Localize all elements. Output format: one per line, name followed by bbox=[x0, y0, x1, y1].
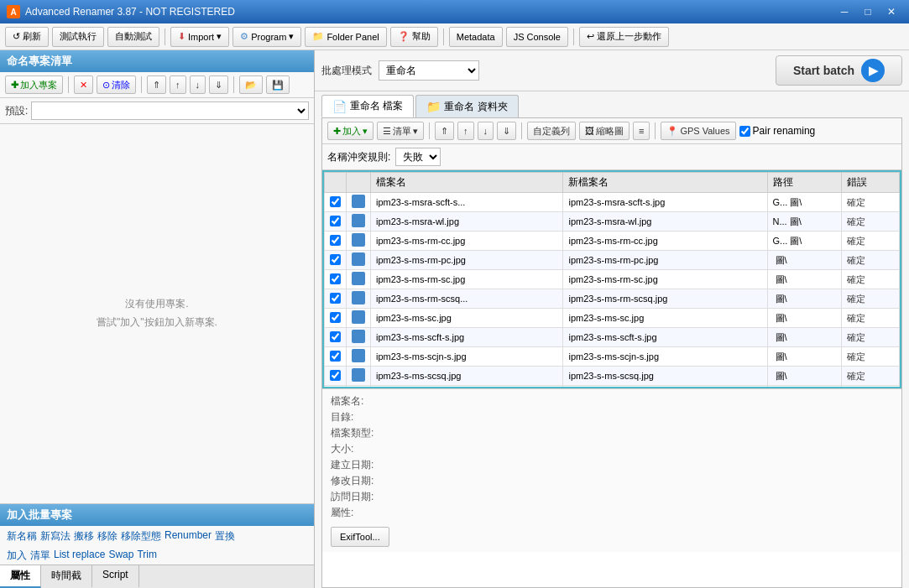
gps-values-button[interactable]: 📍 GPS Values bbox=[661, 122, 735, 140]
remove-icon: ✕ bbox=[80, 80, 87, 91]
tab-script[interactable]: Script bbox=[92, 565, 139, 588]
preset-row: 預設: bbox=[0, 98, 314, 124]
auto-test-button[interactable]: 自動測試 bbox=[107, 27, 159, 47]
save-button[interactable]: 💾 bbox=[266, 75, 290, 94]
conflict-select[interactable]: 失敗 bbox=[395, 148, 441, 166]
table-row[interactable]: ipm23-s-ms-rm-sc.jpg ipm23-s-ms-rm-sc.jp… bbox=[325, 270, 900, 289]
batch-link-add[interactable]: 加入 bbox=[7, 549, 27, 563]
row-filename: ipm23-s-ms-rm-pc.jpg bbox=[371, 251, 563, 270]
clear-icon: ⊙ bbox=[102, 80, 110, 91]
thumbnail-button[interactable]: 🖼 縮略圖 bbox=[579, 122, 630, 140]
batch-link-list[interactable]: 清單 bbox=[30, 549, 50, 563]
table-row[interactable]: ipm23-s-msra-wl.jpg ipm23-s-msra-wl.jpg … bbox=[325, 212, 900, 232]
list-button[interactable]: ☰ 清單 ▾ bbox=[377, 122, 424, 140]
row-checkbox-cell bbox=[325, 328, 347, 347]
custom-cols-button[interactable]: 自定義列 bbox=[527, 122, 576, 140]
row-checkbox[interactable] bbox=[330, 254, 341, 265]
row-filename: ipm23-s-ms-sc.jpg bbox=[371, 309, 563, 328]
row-checkbox[interactable] bbox=[330, 370, 341, 381]
row-checkbox[interactable] bbox=[330, 235, 341, 246]
sep5 bbox=[141, 76, 142, 93]
row-checkbox[interactable] bbox=[330, 331, 341, 342]
row-new-filename: ipm23-s-ms-rm-cc.jpg bbox=[563, 232, 767, 251]
batch-link-remove[interactable]: 移除 bbox=[97, 529, 118, 544]
add-project-button[interactable]: ✚ 加入專案 bbox=[5, 75, 63, 94]
maximize-button[interactable]: □ bbox=[857, 3, 879, 20]
row-checkbox[interactable] bbox=[330, 273, 341, 284]
table-row[interactable]: ipm23-s-ms-rm-pc.jpg ipm23-s-ms-rm-pc.jp… bbox=[325, 251, 900, 270]
row-checkbox-cell bbox=[325, 251, 347, 270]
col-header-path[interactable]: 路徑 bbox=[767, 173, 842, 193]
batch-link-swap[interactable]: Swap bbox=[108, 549, 133, 563]
start-batch-button[interactable]: Start batch ▶ bbox=[776, 55, 902, 86]
minimize-button[interactable]: ─ bbox=[833, 3, 855, 20]
tab-rename-folders[interactable]: 📁 重命名 資料夾 bbox=[415, 95, 518, 117]
batch-link-new-name[interactable]: 新名稱 bbox=[7, 529, 37, 544]
table-row[interactable]: ipm23-s-ms-sc.jpg ipm23-s-ms-sc.jpg 圖\ 確… bbox=[325, 309, 900, 328]
table-row[interactable]: ipm23-s-ms-rm-cc.jpg ipm23-s-ms-rm-cc.jp… bbox=[325, 232, 900, 251]
row-checkbox[interactable] bbox=[330, 351, 341, 362]
tab-rename-files[interactable]: 📄 重命名 檔案 bbox=[321, 95, 414, 117]
test-run-button[interactable]: 測試執行 bbox=[52, 27, 104, 47]
folder-panel-button[interactable]: 📁 Folder Panel bbox=[305, 27, 386, 47]
batch-link-new-spell[interactable]: 新寫法 bbox=[40, 529, 71, 544]
close-button[interactable]: ✕ bbox=[880, 3, 902, 20]
row-checkbox[interactable] bbox=[330, 196, 341, 207]
batch-mode-label: 批處理模式 bbox=[321, 64, 372, 78]
sort-down-bottom-button[interactable]: ⇓ bbox=[497, 122, 516, 140]
tab-timestamp[interactable]: 時間截 bbox=[41, 565, 92, 588]
col-header-filename[interactable]: 檔案名 bbox=[371, 173, 563, 193]
undo-icon: ↩ bbox=[587, 31, 594, 42]
batch-link-list-replace[interactable]: List replace bbox=[54, 549, 105, 563]
move-up-button[interactable]: ↑ bbox=[170, 75, 186, 94]
row-new-filename: ipm23-s-msra-wl.jpg bbox=[563, 212, 767, 232]
table-row[interactable]: ipm23-s-ms-scjn-s.jpg ipm23-s-ms-scjn-s.… bbox=[325, 347, 900, 367]
table-row[interactable]: ipm23-s-msra-scft-s... ipm23-s-msra-scft… bbox=[325, 193, 900, 212]
row-checkbox[interactable] bbox=[330, 216, 341, 226]
pair-renaming-label: Pair renaming bbox=[739, 125, 816, 137]
batch-link-trim[interactable]: Trim bbox=[137, 549, 157, 563]
move-down-button[interactable]: ↓ bbox=[190, 75, 206, 94]
col-header-error[interactable]: 錯誤 bbox=[842, 173, 900, 193]
file-icon bbox=[352, 291, 365, 304]
add-file-button[interactable]: ✚ 加入 ▾ bbox=[327, 122, 374, 140]
row-path: N... 圖\ bbox=[767, 212, 842, 232]
preset-select[interactable] bbox=[31, 101, 309, 120]
metadata-button[interactable]: Metadata bbox=[449, 27, 503, 47]
row-checkbox-cell bbox=[325, 347, 347, 367]
sort-up-button[interactable]: ↑ bbox=[457, 122, 474, 140]
js-console-button[interactable]: JS Console bbox=[506, 27, 568, 47]
batch-link-replace[interactable]: 置換 bbox=[215, 529, 235, 544]
col-header-new-filename[interactable]: 新檔案名 bbox=[563, 173, 767, 193]
batch-mode-select[interactable]: 重命名 bbox=[379, 60, 479, 81]
row-checkbox[interactable] bbox=[330, 312, 341, 323]
program-button[interactable]: ⚙ Program ▾ bbox=[232, 27, 301, 47]
undo-button[interactable]: ↩ 還原上一步動作 bbox=[579, 27, 669, 47]
sort-up-top-button[interactable]: ⇑ bbox=[435, 122, 454, 140]
move-down-bottom-button[interactable]: ⇓ bbox=[209, 75, 228, 94]
table-row[interactable]: ipm23-s-ms-scsq.jpg ipm23-s-ms-scsq.jpg … bbox=[325, 367, 900, 386]
table-row[interactable]: ipm23-s-ms-scft-s.jpg ipm23-s-ms-scft-s.… bbox=[325, 328, 900, 347]
batch-link-remove-type[interactable]: 移除型態 bbox=[121, 529, 161, 544]
sep4 bbox=[68, 76, 69, 93]
row-checkbox[interactable] bbox=[330, 293, 341, 304]
table-row[interactable]: ipm23-s-ms-rm-scsq... ipm23-s-ms-rm-scsq… bbox=[325, 289, 900, 309]
batch-link-renumber[interactable]: Renumber bbox=[165, 529, 212, 544]
row-icon-cell bbox=[347, 232, 371, 251]
folder-open-button[interactable]: 📂 bbox=[239, 75, 263, 94]
thumbnail-icon: 🖼 bbox=[585, 126, 594, 136]
help-button[interactable]: ❓ 幫助 bbox=[390, 27, 438, 47]
sort-down-button[interactable]: ↓ bbox=[478, 122, 494, 140]
tab-properties[interactable]: 屬性 bbox=[0, 565, 41, 588]
refresh-button[interactable]: ↺ 刷新 bbox=[5, 27, 49, 47]
pair-renaming-checkbox[interactable] bbox=[739, 126, 750, 137]
detail-created: 建立日期: bbox=[331, 458, 893, 472]
import-button[interactable]: ⬇ Import ▾ bbox=[170, 27, 229, 47]
exif-tool-button[interactable]: ExifTool... bbox=[331, 527, 389, 547]
clear-button[interactable]: ⊙ 清除 bbox=[97, 75, 136, 94]
move-up-top-button[interactable]: ⇑ bbox=[147, 75, 166, 94]
remove-project-button[interactable]: ✕ bbox=[74, 75, 93, 94]
batch-link-move[interactable]: 搬移 bbox=[74, 529, 94, 544]
row-checkbox-cell bbox=[325, 309, 347, 328]
list-view-button[interactable]: ≡ bbox=[633, 122, 650, 140]
